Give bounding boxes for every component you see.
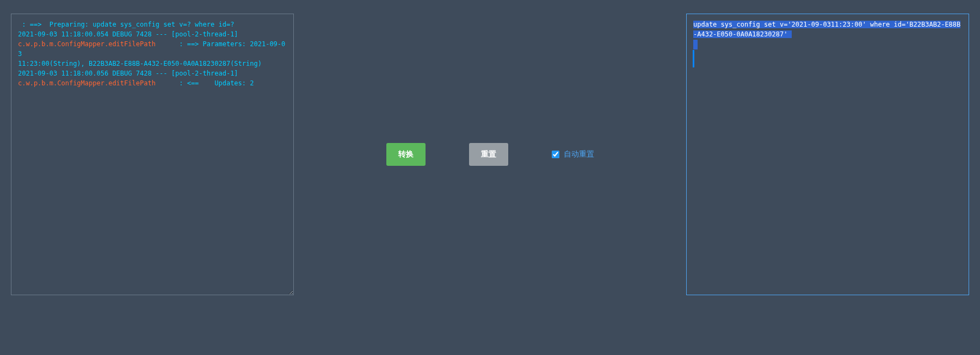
reset-button[interactable]: 重置 <box>469 143 508 166</box>
input-log-panel[interactable]: : ==> Preparing: update sys_config set v… <box>11 14 294 295</box>
log-line: 11:23:00(String), B22B3AB2-E88B-A432-E05… <box>18 59 287 68</box>
log-line: c.w.p.b.m.ConfigMapper.editFilePath : <=… <box>18 78 287 88</box>
output-text: update sys_config set v='2021-09-0311:23… <box>693 21 960 38</box>
output-sql-panel[interactable]: update sys_config set v='2021-09-0311:23… <box>686 14 969 295</box>
log-line: c.w.p.b.m.ConfigMapper.editFilePath : ==… <box>18 39 287 59</box>
log-line: 2021-09-03 11:18:00.056 DEBUG 7428 --- [… <box>18 68 287 78</box>
auto-reset-checkbox[interactable] <box>552 151 559 158</box>
log-line: 2021-09-03 11:18:00.054 DEBUG 7428 --- [… <box>18 29 287 39</box>
selection-tail <box>693 40 698 49</box>
log-line: : ==> Preparing: update sys_config set v… <box>18 20 287 29</box>
auto-reset-label: 自动重置 <box>564 150 594 159</box>
center-controls: 转换 重置 自动重置 <box>294 14 686 295</box>
text-cursor <box>693 50 694 67</box>
auto-reset-checkbox-wrap[interactable]: 自动重置 <box>552 150 594 159</box>
convert-button[interactable]: 转换 <box>386 143 426 166</box>
